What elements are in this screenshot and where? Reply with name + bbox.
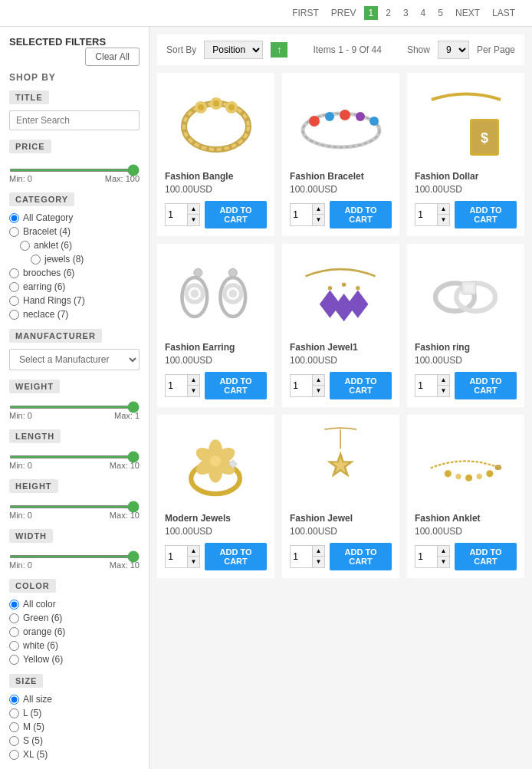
qty-up-7[interactable]: ▲ xyxy=(187,546,199,557)
product-actions-4: ▲ ▼ ADD TO CART xyxy=(165,372,267,399)
qty-down-1[interactable]: ▼ xyxy=(187,215,199,225)
product-actions-3: ▲ ▼ ADD TO CART xyxy=(415,201,517,228)
qty-up-4[interactable]: ▲ xyxy=(187,375,199,386)
category-item-anklet[interactable]: anklet (6) xyxy=(9,240,140,251)
svg-marker-29 xyxy=(348,290,369,317)
qty-input-4[interactable] xyxy=(166,379,187,393)
pagination-last[interactable]: LAST xyxy=(488,6,520,20)
color-item-yellow[interactable]: Yellow (6) xyxy=(9,654,140,665)
clear-all-button[interactable]: Clear All xyxy=(85,48,140,66)
qty-input-2[interactable] xyxy=(291,208,312,222)
category-list: All Category Bracelet (4) anklet (6) jew… xyxy=(9,212,140,320)
qty-up-6[interactable]: ▲ xyxy=(437,375,449,386)
svg-point-18 xyxy=(194,268,202,277)
sort-direction-button[interactable]: ↑ xyxy=(271,42,287,58)
size-item-all[interactable]: All size xyxy=(9,694,140,705)
height-filter-section: HEIGHT Min: 0 Max: 10 xyxy=(9,479,140,520)
size-item-m[interactable]: M (5) xyxy=(9,721,140,732)
qty-up-3[interactable]: ▲ xyxy=(437,204,449,215)
height-range-slider[interactable] xyxy=(9,505,140,508)
add-to-cart-button-6[interactable]: ADD TO CART xyxy=(455,372,517,399)
bangle-image xyxy=(166,84,266,161)
svg-rect-54 xyxy=(496,465,501,469)
category-item-earring[interactable]: earring (6) xyxy=(9,281,140,292)
qty-down-3[interactable]: ▼ xyxy=(437,215,449,225)
pagination-first[interactable]: FIRST xyxy=(287,6,323,20)
length-range-slider[interactable] xyxy=(9,455,140,458)
qty-input-6[interactable] xyxy=(415,379,437,393)
qty-input-3[interactable] xyxy=(415,208,437,222)
category-item-neclace[interactable]: neclace (7) xyxy=(9,309,140,320)
pendant-image xyxy=(299,426,382,503)
qty-down-2[interactable]: ▼ xyxy=(312,215,324,225)
product-image-5 xyxy=(290,251,392,336)
qty-input-5[interactable] xyxy=(291,379,312,393)
qty-wrapper-5: ▲ ▼ xyxy=(290,374,325,397)
pagination-page-5[interactable]: 5 xyxy=(433,6,448,20)
pagination-page-3[interactable]: 3 xyxy=(399,6,413,20)
qty-down-9[interactable]: ▼ xyxy=(437,557,449,567)
color-item-all[interactable]: All color xyxy=(9,599,140,610)
product-price-5: 100.00USD xyxy=(290,355,392,366)
color-list: All color Green (6) orange (6) white (6)… xyxy=(9,599,140,665)
size-item-l[interactable]: L (5) xyxy=(9,708,140,718)
qty-down-6[interactable]: ▼ xyxy=(437,386,449,396)
qty-down-4[interactable]: ▼ xyxy=(187,386,199,396)
qty-input-8[interactable] xyxy=(291,550,312,564)
add-to-cart-button-8[interactable]: ADD TO CART xyxy=(330,543,392,570)
color-item-green[interactable]: Green (6) xyxy=(9,613,140,623)
height-filter-label: HEIGHT xyxy=(9,479,58,493)
qty-input-1[interactable] xyxy=(166,208,187,222)
add-to-cart-button-4[interactable]: ADD TO CART xyxy=(205,372,267,399)
svg-point-6 xyxy=(213,100,219,107)
category-item-brooches[interactable]: brooches (6) xyxy=(9,268,140,278)
svg-point-50 xyxy=(456,474,461,479)
add-to-cart-button-1[interactable]: ADD TO CART xyxy=(205,201,267,228)
category-item-handrings[interactable]: Hand Rings (7) xyxy=(9,295,140,306)
qty-buttons-3: ▲ ▼ xyxy=(437,204,449,225)
qty-down-8[interactable]: ▼ xyxy=(312,557,324,567)
qty-up-5[interactable]: ▲ xyxy=(312,375,324,386)
add-to-cart-button-3[interactable]: ADD TO CART xyxy=(455,201,517,228)
svg-point-52 xyxy=(477,474,482,479)
qty-wrapper-9: ▲ ▼ xyxy=(415,545,450,568)
product-name-8: Fashion Jewel xyxy=(290,513,392,524)
per-page-label: Per Page xyxy=(477,44,515,55)
qty-down-5[interactable]: ▼ xyxy=(312,386,324,396)
add-to-cart-button-2[interactable]: ADD TO CART xyxy=(330,201,392,228)
width-range-slider[interactable] xyxy=(9,555,140,558)
pagination-prev[interactable]: PREV xyxy=(327,6,361,20)
weight-range-slider[interactable] xyxy=(9,406,140,409)
color-item-orange[interactable]: orange (6) xyxy=(9,626,140,637)
add-to-cart-button-7[interactable]: ADD TO CART xyxy=(205,543,267,570)
qty-down-7[interactable]: ▼ xyxy=(187,557,199,567)
pagination-page-4[interactable]: 4 xyxy=(416,6,431,20)
qty-up-9[interactable]: ▲ xyxy=(437,546,449,557)
add-to-cart-button-5[interactable]: ADD TO CART xyxy=(330,372,392,399)
category-item-jewels[interactable]: jewels (8) xyxy=(9,254,140,265)
pagination-next[interactable]: NEXT xyxy=(451,6,484,20)
qty-up-2[interactable]: ▲ xyxy=(312,204,324,215)
category-item-bracelet[interactable]: Bracelet (4) xyxy=(9,226,140,237)
size-item-xl[interactable]: XL (5) xyxy=(9,749,140,760)
size-item-s[interactable]: S (5) xyxy=(9,735,140,746)
qty-input-9[interactable] xyxy=(415,550,437,564)
price-range-slider[interactable] xyxy=(9,169,140,172)
title-filter-label: TITLE xyxy=(9,90,49,104)
product-price-1: 100.00USD xyxy=(165,184,267,195)
per-page-select[interactable]: 9 xyxy=(438,41,469,59)
color-item-white[interactable]: white (6) xyxy=(9,640,140,651)
manufacturer-select[interactable]: Select a Manufacturer xyxy=(9,349,140,370)
product-actions-8: ▲ ▼ ADD TO CART xyxy=(290,543,392,570)
add-to-cart-button-9[interactable]: ADD TO CART xyxy=(455,543,517,570)
pagination-page-1[interactable]: 1 xyxy=(364,6,379,20)
qty-input-7[interactable] xyxy=(166,550,187,564)
qty-buttons-2: ▲ ▼ xyxy=(312,204,324,225)
pagination-page-2[interactable]: 2 xyxy=(381,6,396,20)
qty-up-1[interactable]: ▲ xyxy=(187,204,199,215)
price-filter-label: PRICE xyxy=(9,140,51,153)
sort-select[interactable]: Position xyxy=(204,41,263,59)
qty-up-8[interactable]: ▲ xyxy=(312,546,324,557)
title-search-input[interactable] xyxy=(9,110,140,130)
category-item-all[interactable]: All Category xyxy=(9,212,140,223)
